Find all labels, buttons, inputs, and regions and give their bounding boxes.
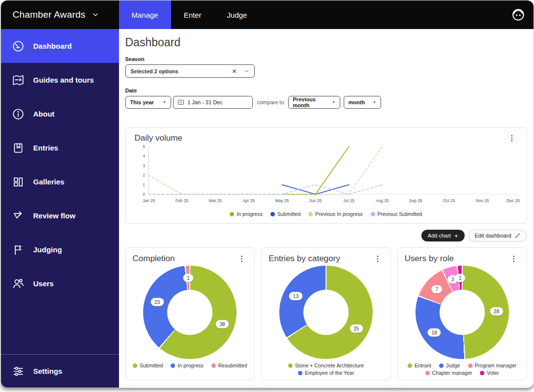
- gauge-icon: [12, 40, 25, 53]
- compare-select[interactable]: Previous month ▼: [288, 96, 340, 109]
- svg-text:2: 2: [143, 173, 145, 178]
- sidebar: DashboardGuides and toursAboutEntriesGal…: [1, 29, 119, 388]
- legend-label: Resubmitted: [218, 362, 247, 368]
- legend-item-in-progress: In progress: [230, 211, 263, 217]
- dropdown-caret-icon: ▼: [368, 101, 376, 104]
- legend-label: Employee of the Year: [305, 370, 354, 376]
- legend-item-stone-concrete-architecture: Stone + Concrete Architecture: [288, 362, 364, 368]
- svg-text:1: 1: [143, 182, 145, 187]
- kebab-menu-icon[interactable]: ⋮: [372, 254, 384, 263]
- legend-label: Submitted: [277, 211, 300, 217]
- granularity-select[interactable]: month ▼: [344, 96, 381, 109]
- date-row: This year ▼ 31 1 Jan - 31 Dec compare to…: [125, 96, 527, 109]
- top-tab-enter[interactable]: Enter: [171, 0, 214, 29]
- date-range-value: 1 Jan - 31 Dec: [187, 99, 223, 105]
- legend-item-judge: Judge: [439, 362, 460, 368]
- dropdown-caret-icon: ▼: [327, 101, 335, 104]
- top-tab-judge[interactable]: Judge: [214, 0, 260, 29]
- chart-card-completion: Completion⋮38231SubmittedIn progressResu…: [125, 247, 255, 380]
- svg-text:5: 5: [143, 144, 145, 149]
- legend-dot: [439, 363, 444, 368]
- legend-item-in-progress: In progress: [171, 362, 204, 368]
- date-preset-select[interactable]: This year ▼: [125, 96, 171, 109]
- dropdown-caret-icon: ▼: [158, 101, 166, 104]
- sidebar-item-label: Galleries: [33, 178, 64, 186]
- slice-value-chip: 25: [350, 325, 363, 333]
- sidebar-item-guides-and-tours[interactable]: Guides and tours: [1, 63, 119, 97]
- chevron-down-icon[interactable]: [244, 68, 249, 74]
- daily-volume-legend: In progressSubmittedPrevious In progress…: [135, 211, 518, 217]
- legend-dot: [468, 363, 473, 368]
- svg-text:Jan 25: Jan 25: [143, 198, 155, 203]
- users-by-role-legend: EntrantJudgeProgram managerChapter manag…: [405, 362, 520, 376]
- map-icon: [12, 74, 25, 87]
- sidebar-item-label: Judging: [33, 245, 62, 254]
- legend-item-previous-in-progress: Previous In progress: [308, 211, 362, 217]
- legend-label: Entrant: [415, 362, 431, 368]
- donut-hole: [303, 290, 349, 335]
- svg-text:Apr 25: Apr 25: [242, 198, 255, 203]
- legend-dot: [230, 212, 234, 216]
- legend-item-voter: Voter: [480, 370, 499, 376]
- sidebar-item-label: Review flow: [33, 211, 76, 220]
- calendar-icon: 31: [178, 100, 184, 105]
- sidebar-item-users[interactable]: Users: [1, 267, 119, 301]
- date-range-field[interactable]: 31 1 Jan - 31 Dec: [173, 96, 253, 109]
- main-content: Dashboard Season Selected 2 options ✕ Da…: [119, 29, 534, 388]
- chart-title: Users by role: [405, 254, 454, 264]
- legend-item-employee-of-the-year: Employee of the Year: [298, 370, 354, 376]
- plus-icon: +: [454, 233, 458, 239]
- legend-label: Voter: [487, 370, 499, 376]
- topbar: Chamber Awards ManageEnterJudge: [1, 0, 534, 29]
- avatar-icon: [511, 7, 526, 22]
- clear-icon[interactable]: ✕: [232, 68, 237, 75]
- sidebar-footer: Settings: [1, 355, 119, 388]
- legend-dot: [480, 371, 484, 375]
- sidebar-item-galleries[interactable]: Galleries: [1, 165, 119, 199]
- edit-dashboard-button[interactable]: Edit dashboard: [469, 230, 527, 241]
- top-tab-manage[interactable]: Manage: [119, 0, 171, 29]
- kebab-menu-icon[interactable]: ⋮: [236, 254, 247, 263]
- account-menu-button[interactable]: [511, 0, 534, 29]
- users-icon: [12, 277, 25, 290]
- legend-dot: [408, 363, 412, 368]
- add-chart-button[interactable]: Add chart +: [421, 230, 465, 241]
- sidebar-item-about[interactable]: About: [1, 97, 119, 131]
- legend-item-entrant: Entrant: [408, 362, 431, 368]
- chart-title: Daily volume: [135, 133, 182, 143]
- slice-value-chip: 23: [150, 298, 164, 306]
- svg-text:Jul 25: Jul 25: [343, 198, 355, 203]
- slice-value-chip: 28: [490, 307, 503, 316]
- sidebar-item-label: Guides and tours: [33, 76, 94, 84]
- sidebar-item-settings[interactable]: Settings: [1, 355, 119, 388]
- legend-dot: [371, 212, 375, 216]
- svg-text:4: 4: [143, 153, 145, 158]
- sidebar-spacer: [1, 301, 119, 354]
- donut-hole: [167, 290, 212, 335]
- partial-card: [397, 385, 527, 388]
- legend-dot: [288, 363, 293, 368]
- slice-value-chip: 13: [289, 292, 302, 300]
- compare-to-label: compare to: [257, 99, 284, 105]
- legend-label: Submitted: [140, 362, 163, 368]
- legend-label: Previous In progress: [315, 211, 362, 217]
- kebab-menu-icon[interactable]: ⋮: [508, 254, 520, 263]
- legend-item-previous-submitted: Previous Submitted: [371, 211, 422, 217]
- season-select-value: Selected 2 options: [131, 68, 232, 74]
- legend-item-submitted: Submitted: [270, 211, 300, 217]
- sidebar-item-review-flow[interactable]: Review flow: [1, 199, 119, 233]
- chart-title: Entries by category: [268, 254, 340, 264]
- sliders-icon: [12, 365, 25, 378]
- chart-card-daily-volume: Daily volume ⋮ 012345Jan 25Feb 25Mar 25A…: [125, 127, 527, 224]
- legend-item-chapter-manager: Chapter manager: [425, 370, 473, 376]
- app-switcher[interactable]: Chamber Awards: [1, 0, 119, 29]
- kebab-menu-icon[interactable]: ⋮: [506, 133, 518, 143]
- sidebar-item-judging[interactable]: Judging: [1, 233, 119, 267]
- entries-by-category-legend: Stone + Concrete ArchitectureEmployee of…: [268, 362, 384, 376]
- chevron-down-icon: [91, 11, 99, 19]
- book-icon: [12, 142, 25, 154]
- sidebar-item-dashboard[interactable]: Dashboard: [1, 29, 119, 63]
- season-select[interactable]: Selected 2 options ✕: [125, 64, 255, 78]
- legend-label: Judge: [446, 362, 460, 368]
- sidebar-item-entries[interactable]: Entries: [1, 131, 119, 165]
